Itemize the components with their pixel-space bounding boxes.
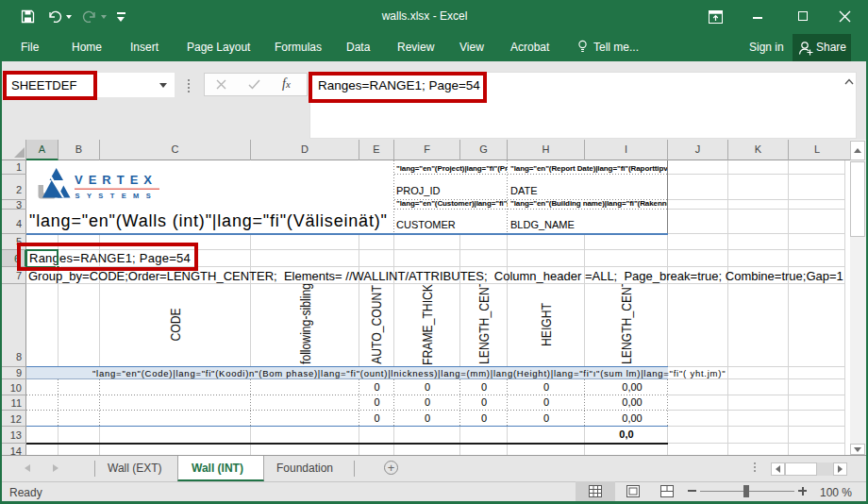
svg-text:VERTEX: VERTEX (75, 173, 158, 187)
svg-text:SYSTEMS: SYSTEMS (75, 192, 159, 200)
